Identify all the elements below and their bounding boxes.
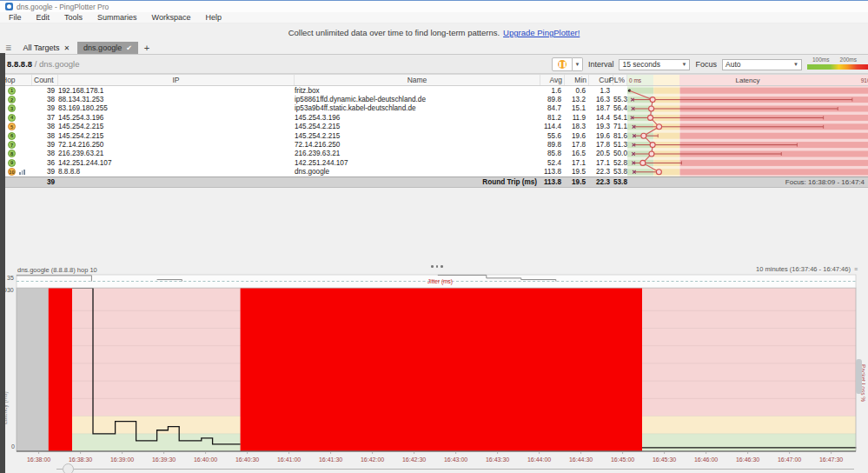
svg-text:16:44:30: 16:44:30: [569, 456, 593, 463]
cell-name: fritz.box: [295, 87, 540, 95]
svg-text:16:45:00: 16:45:00: [611, 456, 634, 463]
cell-count: 39: [32, 104, 58, 112]
round-trip-row: 39 Round Trip (ms) 113.8 19.5 22.3 53.8 …: [0, 177, 868, 188]
cell-cur: 22.3: [589, 168, 613, 176]
hop-status-badge: 7: [8, 141, 16, 149]
col-min[interactable]: Min: [565, 75, 589, 85]
timeline-chart-icon[interactable]: [19, 170, 25, 175]
interval-label: Interval: [588, 60, 614, 69]
col-avg[interactable]: Avg: [540, 75, 565, 85]
round-trip-label: Round Trip (ms): [295, 178, 540, 186]
cell-min: 16.5: [565, 150, 589, 157]
latency-title: Latency: [629, 77, 866, 84]
svg-text:16:38:30: 16:38:30: [69, 456, 92, 463]
cell-ip: 8.8.8.8: [58, 168, 295, 176]
cell-avg: 52.4: [540, 159, 565, 167]
close-icon[interactable]: ✕: [63, 44, 70, 52]
upgrade-link[interactable]: Upgrade PingPlotter!: [503, 28, 580, 37]
cell-count: 38: [32, 96, 58, 103]
cell-cur: 19.6: [589, 132, 613, 140]
cell-avg: 113.8: [540, 168, 565, 176]
svg-text:16:44:00: 16:44:00: [527, 456, 551, 463]
scale-200ms-label: 200ms: [840, 57, 858, 63]
cell-count: 39: [32, 168, 58, 176]
focus-range-text: Focus: 16:38:09 - 16:47:4: [627, 178, 868, 186]
cell-ip: 142.251.244.107: [58, 159, 295, 167]
menu-help[interactable]: Help: [205, 13, 222, 22]
cell-name: 145.254.2.215: [295, 132, 540, 140]
timeline-slider-thumb[interactable]: [63, 463, 74, 473]
cell-pl: 56.4: [613, 104, 627, 112]
add-tab-button[interactable]: +: [140, 42, 154, 54]
cell-min: 19.6: [565, 132, 589, 140]
focus-select[interactable]: Auto ▼: [722, 59, 802, 70]
col-count[interactable]: Count: [32, 75, 58, 85]
summary-pl: 53.8: [613, 178, 627, 186]
menu-bar: FileEditToolsSummariesWorkspaceHelp: [0, 12, 868, 23]
pause-dropdown-button[interactable]: ▼: [573, 57, 583, 71]
col-name[interactable]: Name: [295, 75, 540, 85]
menu-summaries[interactable]: Summaries: [97, 13, 137, 22]
cell-cur: 17.8: [589, 141, 613, 149]
tab-all-targets[interactable]: All Targets ✕: [17, 42, 76, 54]
timeline-chart[interactable]: 100 ms200 ms300 ms400 ms500 ms600 ms700 …: [0, 262, 868, 473]
svg-text:16:43:00: 16:43:00: [444, 456, 467, 463]
summary-count: 39: [32, 178, 58, 186]
cell-count: 36: [32, 159, 58, 167]
target-list-icon[interactable]: ≣: [5, 42, 12, 54]
menu-workspace[interactable]: Workspace: [152, 13, 191, 22]
cell-count: 38: [32, 132, 58, 140]
col-ip[interactable]: IP: [58, 75, 295, 85]
menu-file[interactable]: File: [9, 13, 22, 22]
cell-ip: 72.14.216.250: [58, 141, 295, 149]
tab-dns-google[interactable]: dns.google ✔: [77, 42, 138, 54]
svg-text:16:41:00: 16:41:00: [277, 456, 301, 463]
cell-count: 38: [32, 123, 58, 130]
hop-status-badge: 3: [8, 104, 16, 112]
summary-cur: 22.3: [589, 178, 613, 186]
tab-dns-google-label: dns.google: [83, 43, 122, 52]
pause-icon: ❚❚: [558, 60, 567, 69]
cell-ip: 88.134.31.253: [58, 96, 295, 103]
latency-minimap-chart: [627, 86, 868, 177]
cell-min: 17.1: [565, 159, 589, 167]
col-pl[interactable]: PL%: [613, 75, 627, 85]
cell-ip: 83.169.180.255: [58, 104, 295, 112]
cell-min: 13.2: [565, 96, 589, 103]
hop-status-badge: 6: [8, 132, 16, 140]
cell-avg: 55.6: [540, 132, 565, 140]
timeline-slider-track[interactable]: [56, 469, 854, 470]
cell-avg: 1.6: [540, 87, 565, 95]
cell-ip: 192.168.178.1: [58, 87, 295, 95]
cell-min: 19.5: [565, 168, 589, 176]
menu-tools[interactable]: Tools: [64, 13, 83, 22]
cell-min: 18.3: [565, 123, 589, 130]
svg-text:Jitter (ms): Jitter (ms): [427, 278, 453, 285]
check-icon: ✔: [126, 44, 132, 52]
cell-min: 15.1: [565, 104, 589, 112]
pause-button[interactable]: ❚❚: [552, 57, 573, 71]
cell-avg: 114.4: [540, 123, 565, 130]
cell-avg: 85.8: [540, 150, 565, 157]
svg-text:16:46:00: 16:46:00: [694, 456, 718, 463]
vertical-scrollbar-thumb[interactable]: [856, 359, 862, 394]
cell-pl: 50.0: [613, 150, 627, 157]
cell-ip: 145.254.2.215: [58, 123, 295, 130]
app-icon: [5, 3, 13, 10]
cell-ip: 145.254.3.196: [58, 114, 295, 122]
interval-select[interactable]: 15 seconds ▼: [619, 59, 690, 70]
cell-name: 142.251.244.107: [295, 159, 540, 167]
svg-text:16:39:00: 16:39:00: [110, 456, 134, 463]
svg-text:16:45:30: 16:45:30: [653, 456, 676, 463]
svg-text:16:47:30: 16:47:30: [819, 456, 843, 463]
svg-text:16:42:00: 16:42:00: [361, 456, 384, 463]
cell-avg: 84.7: [540, 104, 565, 112]
menu-edit[interactable]: Edit: [36, 13, 50, 22]
cell-name: 145.254.3.196: [295, 114, 540, 122]
cell-ip: 216.239.63.21: [58, 150, 295, 157]
summary-avg: 113.8: [540, 178, 565, 186]
target-toolbar: 8.8.8.8 / dns.google ❚❚ ▼ Interval 15 se…: [0, 55, 868, 74]
cell-pl: 54.1: [613, 114, 627, 122]
svg-text:16:43:30: 16:43:30: [486, 456, 509, 463]
cell-cur: 19.3: [589, 123, 613, 130]
